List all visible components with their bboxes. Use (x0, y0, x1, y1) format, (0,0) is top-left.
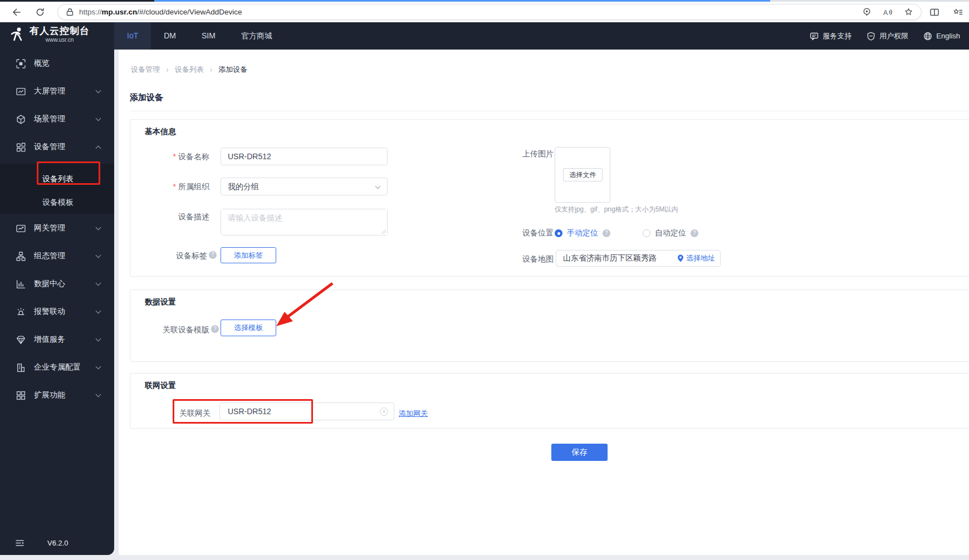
gateway-input[interactable] (220, 403, 354, 420)
radio-unselected-icon[interactable] (643, 229, 650, 237)
url-scheme: https:// (79, 8, 102, 16)
support-link[interactable]: 服务支持 (810, 31, 851, 41)
browser-refresh-button[interactable] (35, 7, 46, 18)
chat-icon (810, 32, 819, 41)
breadcrumb-device-list[interactable]: 设备列表 (175, 65, 204, 75)
upload-dropzone[interactable]: 选择文件 (555, 147, 610, 203)
sidebar-item-overview[interactable]: 概览 (0, 52, 114, 75)
auto-location-help-icon[interactable] (691, 229, 698, 237)
add-gateway-link[interactable]: 添加网关 (399, 409, 428, 419)
scada-icon (16, 252, 26, 261)
lock-icon[interactable] (66, 8, 74, 16)
breadcrumb-current: 添加设备 (218, 65, 247, 75)
data-settings-title: 数据设置 (145, 297, 176, 307)
extension-icon (16, 391, 26, 400)
breadcrumb-device-management[interactable]: 设备管理 (131, 65, 160, 75)
globe-icon (923, 32, 932, 41)
chevron-down-icon (96, 336, 101, 342)
device-name-input[interactable] (221, 148, 387, 165)
chevron-down-icon (375, 184, 381, 189)
network-settings-title: 联网设置 (145, 381, 176, 391)
brand-subtitle: www.usr.cn (30, 37, 90, 43)
browser-back-button[interactable] (11, 7, 22, 18)
basic-info-card: 基本信息 设备名称 所属组织 我的分组 设备描述 设备标签 添加标签 上传图片 … (130, 119, 969, 277)
favorite-star-icon[interactable] (904, 7, 913, 17)
tab-iot[interactable]: IoT (114, 22, 151, 50)
chevron-down-icon (96, 392, 101, 397)
read-aloud-icon[interactable]: A (883, 8, 893, 17)
sidebar-item-vas[interactable]: 增值服务 (0, 328, 114, 351)
sidebar-item-bigscreen[interactable]: 大屏管理 (0, 80, 114, 102)
sidebar-item-gateway[interactable]: 网关管理 (0, 217, 114, 239)
choose-file-button[interactable]: 选择文件 (563, 168, 603, 181)
shield-icon (867, 32, 875, 41)
gateway-icon (16, 224, 26, 233)
upload-note: 仅支持jpg、gif、png格式；大小为5M以内 (555, 205, 678, 214)
organization-label: 所属组织 (137, 182, 209, 191)
manual-location-help-icon[interactable] (603, 229, 610, 237)
gateway-label: 关联网关 (147, 409, 211, 417)
sidebar-item-device-list[interactable]: 设备列表 (0, 167, 114, 190)
sidebar-item-datacenter[interactable]: 数据中心 (0, 273, 114, 295)
tab-dm[interactable]: DM (151, 22, 189, 50)
sidebar-item-scada[interactable]: 组态管理 (0, 245, 114, 267)
description-textarea[interactable] (221, 209, 387, 235)
manual-location-option[interactable]: 手动定位 (555, 228, 610, 238)
description-label: 设备描述 (137, 212, 209, 221)
sidebar-item-device[interactable]: 设备管理 (0, 136, 114, 158)
user-permission-link[interactable]: 用户权限 (867, 31, 908, 41)
tab-mall[interactable]: 官方商城 (228, 22, 285, 50)
top-nav: 有人云控制台 www.usr.cn IoT DM SIM 官方商城 服务支持 用… (0, 22, 969, 50)
device-name-input-wrap (221, 148, 388, 165)
address-bar[interactable]: https://mp.usr.cn/#/cloud/device/ViewAdd… (57, 4, 922, 20)
brand-logo[interactable]: 有人云控制台 www.usr.cn (9, 25, 90, 43)
version-label: V6.2.0 (47, 539, 68, 547)
sidebar: 概览 大屏管理 场景管理 设备管理 设备列表 设备模板 网关管理 组态 (0, 50, 114, 555)
sidebar-item-device-template[interactable]: 设备模板 (0, 190, 114, 214)
choose-template-button[interactable]: 选择模板 (221, 320, 276, 336)
device-submenu: 设备列表 设备模板 (0, 164, 114, 214)
url-path: /#/cloud/device/ViewAddDevice (137, 8, 242, 16)
breadcrumb-separator: › (210, 65, 213, 74)
device-map-input[interactable] (556, 250, 668, 266)
tags-help-icon[interactable] (209, 251, 217, 259)
data-settings-card: 数据设置 关联设备模版 选择模板 (130, 289, 969, 362)
scene-icon (16, 115, 26, 124)
browser-toolbar: https://mp.usr.cn/#/cloud/device/ViewAdd… (0, 2, 969, 22)
radio-selected-icon[interactable] (555, 229, 562, 237)
sidebar-item-scene[interactable]: 场景管理 (0, 108, 114, 130)
overview-icon (16, 59, 26, 68)
save-button[interactable]: 保存 (551, 444, 608, 461)
main-content: 设备管理 › 设备列表 › 添加设备 添加设备 基本信息 设备名称 所属组织 我… (119, 50, 969, 555)
split-screen-icon[interactable] (929, 7, 940, 18)
product-tabs: IoT DM SIM 官方商城 (114, 22, 285, 50)
chevron-down-icon (96, 225, 101, 230)
auto-location-option[interactable]: 自动定位 (643, 228, 698, 238)
chevron-down-icon (96, 308, 101, 314)
app-root: https://mp.usr.cn/#/cloud/device/ViewAdd… (0, 0, 969, 560)
add-tag-button[interactable]: 添加标签 (221, 247, 276, 263)
brand-title: 有人云控制台 (30, 25, 90, 37)
template-label: 关联设备模版 (137, 325, 209, 334)
sidebar-item-alarm[interactable]: 报警联动 (0, 301, 114, 323)
collapse-sidebar-icon[interactable] (16, 539, 24, 547)
language-switch[interactable]: English (923, 32, 960, 41)
choose-address-link[interactable]: 选择地址 (677, 250, 715, 266)
chevron-down-icon (96, 116, 101, 121)
location-icon[interactable] (862, 7, 872, 17)
chevron-down-icon (96, 88, 101, 94)
clear-icon[interactable] (380, 407, 388, 416)
alarm-icon (16, 307, 26, 317)
sidebar-item-extension[interactable]: 扩展功能 (0, 384, 114, 406)
sidebar-item-enterprise[interactable]: 企业专属配置 (0, 356, 114, 379)
network-settings-card: 联网设置 关联网关 添加网关 (130, 373, 969, 429)
device-location-label: 设备位置 (481, 228, 554, 237)
url-domain: mp.usr.cn (102, 8, 138, 16)
organization-select[interactable]: 我的分组 (221, 178, 388, 195)
breadcrumb-separator: › (166, 65, 169, 74)
tab-sim[interactable]: SIM (189, 22, 228, 50)
template-help-icon[interactable] (211, 325, 219, 333)
top-nav-right: 服务支持 用户权限 English (810, 22, 960, 50)
title-divider (130, 111, 969, 111)
favorites-hub-icon[interactable] (952, 7, 963, 18)
